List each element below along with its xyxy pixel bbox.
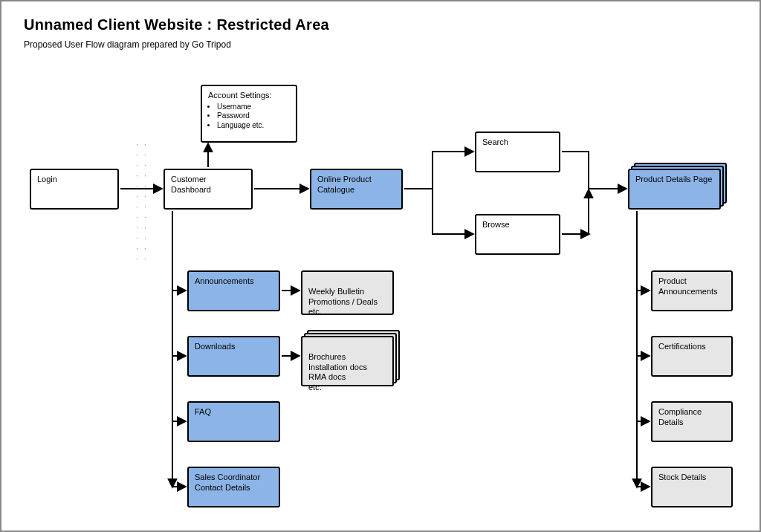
box-label: Online Product Catalogue (317, 175, 372, 194)
box-label: Stock Details (658, 473, 706, 481)
box-label: Search (482, 137, 508, 146)
box-label: Browse (482, 220, 510, 229)
list-item: Language etc. (217, 121, 290, 131)
box-stock: Stock Details (651, 467, 733, 507)
box-label: Compliance Details (658, 407, 702, 426)
list-item: Username (217, 103, 290, 112)
box-label: Downloads (195, 342, 235, 351)
box-customer-dashboard: Customer Dashboard (163, 169, 253, 210)
box-label: Sales Coordinator Contact Details (195, 473, 260, 492)
divider-dots: · ·· ·· ·· ·· ·· ·· ·· ·· ·· ·· ·· · (136, 139, 148, 264)
box-catalogue: Online Product Catalogue (310, 169, 403, 210)
box-account-settings: Account Settings: Username Password Lang… (201, 85, 297, 143)
box-certifications: Certifications (651, 336, 733, 377)
account-settings-list: Username Password Language etc. (217, 103, 290, 131)
list-item: Password (217, 111, 290, 121)
box-announcements: Announcements (187, 270, 280, 311)
box-search: Search (475, 132, 560, 172)
box-label: Customer Dashboard (171, 175, 211, 194)
diagram-frame: Unnamed Client Website : Restricted Area… (0, 0, 761, 532)
box-login: Login (30, 169, 119, 210)
arrows-layer (1, 1, 761, 532)
box-product-announcements: Product Announcements (651, 270, 733, 311)
box-label: FAQ (195, 407, 211, 416)
box-label: Brochures Installation docs RMA docs etc… (308, 352, 367, 392)
box-weekly-bulletin: Weekly Bulletin Promotions / Deals etc. (301, 270, 394, 315)
box-label: Product Announcements (658, 276, 718, 296)
box-browse: Browse (475, 214, 560, 255)
box-label: Certifications (658, 342, 706, 351)
box-faq: FAQ (187, 401, 280, 442)
box-heading: Account Settings: (208, 91, 290, 101)
box-label: Announcements (195, 276, 254, 285)
box-label: Login (37, 175, 57, 184)
box-compliance: Compliance Details (651, 401, 733, 442)
box-downloads: Downloads (187, 336, 280, 377)
page-subtitle: Proposed User Flow diagram prepared by G… (24, 39, 737, 50)
page-title: Unnamed Client Website : Restricted Area (24, 16, 737, 33)
box-label: Product Details Page (635, 175, 712, 184)
box-sales-coordinator: Sales Coordinator Contact Details (187, 467, 280, 507)
box-label: Weekly Bulletin Promotions / Deals etc. (308, 287, 378, 317)
